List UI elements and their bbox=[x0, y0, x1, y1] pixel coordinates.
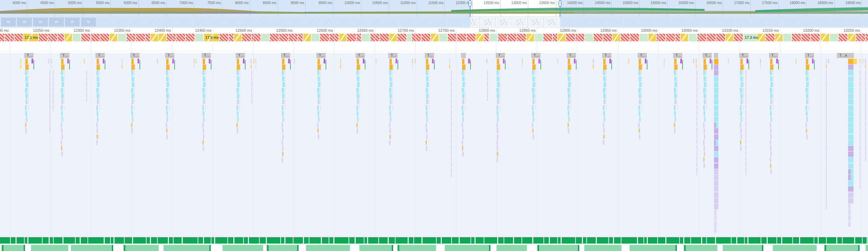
flame-event[interactable] bbox=[714, 151, 718, 157]
dropped-frame[interactable] bbox=[508, 34, 516, 41]
flame-event[interactable] bbox=[848, 82, 853, 87]
flame-strand[interactable] bbox=[205, 93, 206, 99]
flame-event[interactable] bbox=[714, 198, 718, 203]
flame-strand[interactable] bbox=[429, 88, 429, 93]
flame-event[interactable] bbox=[462, 93, 464, 99]
flame-event[interactable] bbox=[567, 70, 570, 75]
flame-event[interactable] bbox=[167, 82, 169, 87]
raster-task[interactable] bbox=[368, 237, 378, 244]
dropped-frame[interactable] bbox=[707, 34, 716, 41]
yellow-sliver[interactable] bbox=[131, 123, 132, 127]
task-script-block[interactable] bbox=[389, 64, 393, 70]
flame-event[interactable] bbox=[61, 140, 62, 145]
flame-strand[interactable] bbox=[677, 82, 678, 87]
task-header[interactable]: T… bbox=[316, 53, 326, 58]
raster-task[interactable] bbox=[409, 237, 413, 244]
flame-event[interactable] bbox=[426, 82, 429, 87]
flame-strand[interactable] bbox=[28, 70, 29, 75]
flame-event[interactable] bbox=[166, 122, 167, 128]
flame-event[interactable] bbox=[568, 99, 570, 104]
flame-event[interactable] bbox=[389, 88, 391, 93]
flame-strand[interactable] bbox=[392, 82, 393, 87]
yellow-sliver[interactable] bbox=[203, 141, 204, 144]
flame-strand[interactable] bbox=[535, 99, 536, 104]
raster-task[interactable] bbox=[437, 237, 441, 244]
flame-strand[interactable] bbox=[392, 70, 393, 75]
raster-task[interactable] bbox=[614, 237, 621, 244]
flame-event[interactable] bbox=[390, 117, 391, 122]
flame-event[interactable] bbox=[848, 105, 853, 111]
flame-event[interactable] bbox=[714, 111, 718, 116]
flame-strand[interactable] bbox=[465, 99, 465, 104]
deep-strand[interactable] bbox=[251, 70, 252, 105]
flame-event[interactable] bbox=[131, 111, 133, 116]
flame-event[interactable] bbox=[603, 88, 605, 93]
task-script-block[interactable] bbox=[532, 64, 536, 70]
flame-event[interactable] bbox=[61, 88, 63, 93]
raster-task[interactable] bbox=[658, 237, 665, 244]
flame-strand[interactable] bbox=[134, 105, 135, 110]
task-script-block[interactable] bbox=[603, 64, 607, 70]
flame-event[interactable] bbox=[848, 99, 853, 105]
deep-strand[interactable] bbox=[49, 70, 50, 133]
raster-task[interactable] bbox=[732, 237, 736, 244]
raster-task[interactable] bbox=[322, 237, 329, 244]
flame-event[interactable] bbox=[357, 82, 359, 87]
flame-event[interactable] bbox=[848, 169, 853, 174]
flame-event[interactable] bbox=[714, 146, 718, 151]
recalc-style-block[interactable] bbox=[812, 59, 814, 63]
flame-event[interactable] bbox=[638, 122, 640, 128]
deep-strand[interactable] bbox=[865, 70, 866, 162]
flame-event[interactable] bbox=[97, 111, 98, 116]
flame-event[interactable] bbox=[770, 82, 773, 87]
flame-event[interactable] bbox=[806, 117, 808, 122]
dropped-frame[interactable] bbox=[242, 34, 251, 41]
raster-task[interactable] bbox=[609, 237, 613, 244]
flame-event[interactable] bbox=[131, 128, 133, 133]
flame-event[interactable] bbox=[318, 99, 320, 104]
mini-task-sliver[interactable] bbox=[557, 59, 558, 63]
flame-event[interactable] bbox=[237, 128, 238, 133]
partial-frame[interactable] bbox=[848, 34, 856, 41]
flame-strand[interactable] bbox=[500, 70, 500, 75]
flame-event[interactable] bbox=[357, 128, 358, 133]
flame-event[interactable] bbox=[714, 70, 718, 76]
flame-event[interactable] bbox=[770, 93, 772, 99]
mini-task-sliver[interactable] bbox=[20, 59, 21, 63]
flame-event[interactable] bbox=[496, 140, 498, 145]
flame-strand[interactable] bbox=[285, 70, 285, 75]
partial-frame[interactable] bbox=[775, 34, 783, 41]
raster-task[interactable] bbox=[648, 237, 657, 244]
flame-event[interactable] bbox=[848, 76, 853, 82]
raster-task[interactable] bbox=[304, 237, 309, 244]
good-frame[interactable] bbox=[407, 34, 411, 41]
flame-event[interactable] bbox=[714, 169, 718, 174]
flame-event[interactable] bbox=[714, 76, 718, 82]
flame-event[interactable] bbox=[282, 88, 284, 93]
flame-strand[interactable] bbox=[706, 82, 707, 87]
flame-strand[interactable] bbox=[429, 105, 429, 110]
recalc-style-block[interactable] bbox=[67, 59, 69, 63]
dropped-frame[interactable] bbox=[484, 34, 489, 41]
flame-event[interactable] bbox=[674, 128, 675, 133]
flame-strand[interactable] bbox=[535, 70, 536, 75]
dropped-frame[interactable] bbox=[127, 34, 135, 41]
flame-strand[interactable] bbox=[809, 88, 809, 93]
flame-event[interactable] bbox=[167, 99, 168, 104]
task-script-block[interactable] bbox=[603, 59, 606, 64]
mini-task-sliver[interactable] bbox=[860, 59, 861, 63]
raster-task[interactable] bbox=[114, 237, 124, 244]
flame-strand[interactable] bbox=[500, 88, 500, 93]
flame-event[interactable] bbox=[704, 76, 706, 81]
flame-event[interactable] bbox=[496, 88, 499, 93]
flame-strand[interactable] bbox=[320, 82, 321, 87]
flame-event[interactable] bbox=[282, 99, 284, 104]
flame-event[interactable] bbox=[848, 64, 853, 70]
mini-task-sliver[interactable] bbox=[294, 59, 295, 63]
task-script-block[interactable] bbox=[357, 59, 359, 64]
flame-event[interactable] bbox=[714, 204, 718, 209]
flame-event[interactable] bbox=[462, 88, 464, 93]
raster-task[interactable] bbox=[793, 237, 799, 244]
task-script-block[interactable] bbox=[203, 64, 206, 70]
yellow-sliver[interactable] bbox=[389, 135, 390, 138]
